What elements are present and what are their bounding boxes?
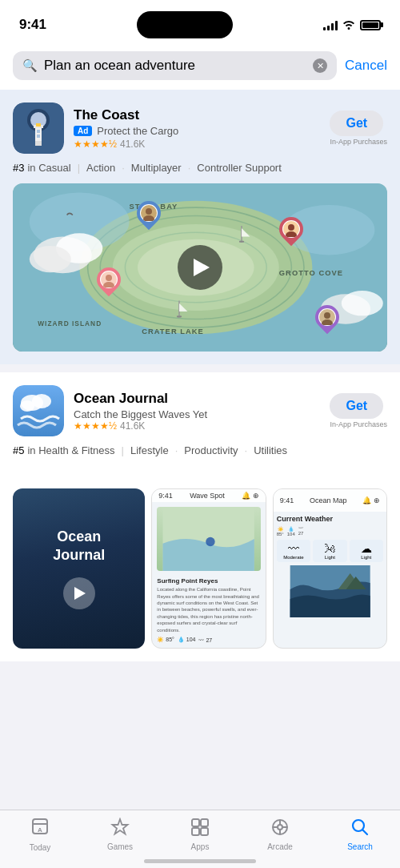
svg-rect-43 — [13, 385, 64, 436]
svg-point-35 — [288, 224, 294, 231]
search-icon: 🔍 — [22, 58, 38, 73]
svg-rect-56 — [201, 828, 208, 835]
get-btn-wrap-journal: Get In-App Purchases — [330, 393, 387, 428]
condition-wind: 💧104 — [287, 526, 295, 536]
stars-journal: ★★★★½ — [74, 420, 117, 432]
today-icon: A — [30, 817, 50, 841]
svg-point-46 — [20, 400, 34, 412]
condition-temp: ☀️85° — [277, 526, 284, 536]
app-name-coast: The Coast — [74, 107, 320, 123]
tag-utilities: Utilities — [254, 444, 287, 456]
tag-action: Action — [86, 162, 115, 174]
ad-card: The Coast Ad Protect the Cargo ★★★★½ 41.… — [0, 90, 400, 364]
home-indicator — [144, 859, 256, 863]
get-button-coast[interactable]: Get — [330, 111, 383, 136]
screenshot-strip: OceanJournal 9:41 Wave Spot 🔔 ⊕ — [0, 479, 400, 661]
stars-row-coast: ★★★★½ 41.6K — [74, 139, 320, 150]
play-button-overlay[interactable] — [178, 245, 222, 290]
app-name-journal: Ocean Journal — [74, 391, 320, 407]
ocean-map-content: Current Weather ☀️85° 💧104 〰27 〰 Moderat… — [274, 512, 386, 648]
screenshot-wave-spot[interactable]: 9:41 Wave Spot 🔔 ⊕ Surfing Point Reyes — [151, 488, 266, 649]
svg-point-45 — [32, 394, 51, 408]
map-pin-2 — [279, 217, 303, 241]
arcade-icon — [270, 818, 290, 840]
ranking-tags-coast: #3 in Casual | Action · Multiplayer · Co… — [13, 162, 387, 174]
tab-search-label: Search — [347, 842, 373, 851]
tab-today-label: Today — [30, 843, 51, 852]
svg-point-20 — [30, 246, 71, 272]
map-pin-4 — [315, 305, 339, 329]
app-header-row: The Coast Ad Protect the Cargo ★★★★½ 41.… — [13, 102, 387, 154]
get-button-journal[interactable]: Get — [330, 393, 383, 419]
tab-games-label: Games — [107, 842, 133, 851]
svg-rect-28 — [177, 315, 182, 317]
wifi-icon — [342, 18, 355, 32]
tab-arcade[interactable]: Arcade — [240, 818, 320, 851]
tab-games[interactable]: Games — [80, 818, 160, 851]
ad-badge-row: Ad Protect the Cargo — [74, 125, 320, 137]
tab-arcade-label: Arcade — [267, 842, 293, 851]
rating-count-journal: 41.6K — [120, 420, 145, 432]
wave-conditions: 〰 Moderate 🌬 Light ☁ Light — [277, 540, 383, 562]
apps-icon — [190, 818, 210, 840]
svg-rect-8 — [37, 135, 40, 138]
app-icon-journal — [13, 385, 64, 436]
svg-text:GROTTO COVE: GROTTO COVE — [279, 269, 343, 277]
app-info-coast: The Coast Ad Protect the Cargo ★★★★½ 41.… — [74, 107, 320, 150]
play-triangle — [194, 259, 210, 276]
clear-button[interactable]: ✕ — [313, 58, 327, 73]
tag-productivity: Productivity — [184, 444, 238, 456]
svg-rect-54 — [201, 819, 208, 826]
tag-controller: Controller Support — [197, 162, 282, 174]
status-bar: 9:41 — [0, 0, 400, 45]
tab-apps[interactable]: Apps — [160, 818, 240, 851]
svg-point-32 — [146, 208, 152, 215]
phone-status-bar-2: 9:41 Ocean Map 🔔 ⊕ — [274, 489, 386, 512]
wave-spot-content: Surfing Point Reyes Located along the Ca… — [152, 502, 265, 648]
svg-point-38 — [106, 275, 112, 281]
app-info-journal: Ocean Journal Catch the Biggest Waves Ye… — [74, 391, 320, 432]
rating-count-coast: 41.6K — [120, 139, 145, 150]
screenshot-video-thumb[interactable]: OceanJournal — [13, 488, 145, 649]
in-app-purchases-journal: In-App Purchases — [330, 420, 387, 428]
games-icon — [110, 818, 130, 840]
svg-point-22 — [342, 291, 383, 315]
tab-today[interactable]: A Today — [0, 817, 80, 852]
app-subtitle-journal: Catch the Biggest Waves Yet — [74, 408, 320, 420]
app-header-row-journal: Ocean Journal Catch the Biggest Waves Ye… — [13, 385, 387, 436]
wave-spot-desc: Located along the California coastline, … — [157, 586, 260, 633]
svg-rect-6 — [35, 141, 42, 146]
main-scroll: The Coast Ad Protect the Cargo ★★★★½ 41.… — [0, 90, 400, 733]
in-app-purchases-coast: In-App Purchases — [330, 138, 387, 146]
status-time: 9:41 — [19, 17, 46, 33]
map-preview[interactable]: STEEL BAY CRATER LAKE GROTTO COVE WIZARD… — [13, 183, 387, 352]
weather-row: ☀️ 85° 💧 104 〰 27 — [157, 637, 260, 643]
tag-lifestyle: Lifestyle — [130, 444, 169, 456]
cancel-button[interactable]: Cancel — [345, 58, 387, 74]
tab-apps-label: Apps — [191, 842, 210, 851]
svg-point-41 — [324, 312, 330, 319]
svg-rect-53 — [192, 819, 199, 826]
screenshot-play-button[interactable] — [63, 577, 95, 609]
svg-text:A: A — [38, 826, 42, 834]
ocean-journal-card: Ocean Journal Catch the Biggest Waves Ye… — [0, 372, 400, 479]
svg-text:WIZARD ISLAND: WIZARD ISLAND — [38, 319, 102, 328]
coastal-photo — [277, 565, 383, 617]
weather-wave: 〰 27 — [198, 637, 212, 643]
dynamic-island — [137, 11, 233, 38]
svg-line-64 — [363, 830, 368, 835]
condition-wave: 〰27 — [298, 526, 304, 536]
screenshot-ocean-map[interactable]: 9:41 Ocean Map 🔔 ⊕ Current Weather ☀️85°… — [273, 488, 387, 649]
tag-multiplayer: Multiplayer — [131, 162, 182, 174]
tab-search[interactable]: Search — [320, 818, 400, 851]
weather-temp: ☀️ 85° — [157, 637, 174, 643]
signal-icon — [323, 19, 338, 30]
screenshot-label: OceanJournal — [53, 528, 105, 565]
search-input-wrap[interactable]: 🔍 Plan an ocean adventure ✕ — [13, 51, 337, 80]
svg-rect-5 — [36, 123, 41, 127]
ad-badge: Ad — [74, 126, 92, 136]
wave-spot-title: Surfing Point Reyes — [157, 574, 260, 586]
stars-coast: ★★★★½ — [74, 139, 117, 150]
svg-rect-55 — [192, 828, 199, 835]
svg-point-48 — [206, 537, 215, 546]
